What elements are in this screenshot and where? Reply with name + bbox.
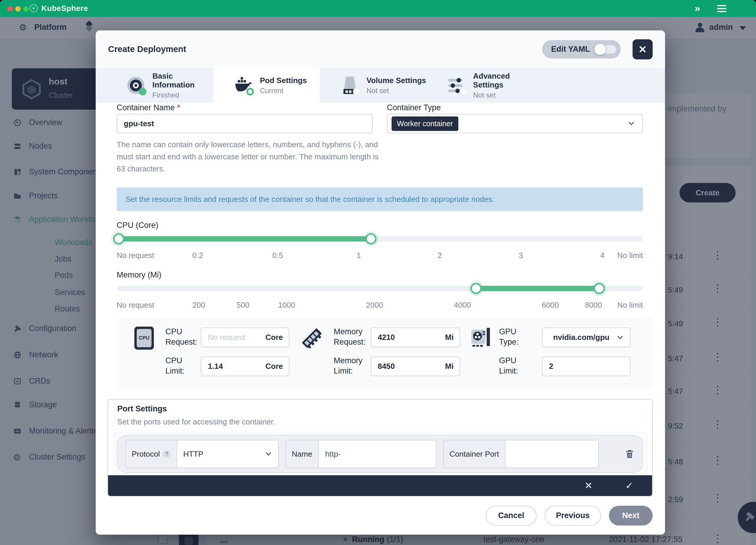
container-port-input[interactable] bbox=[511, 449, 592, 459]
basic-information-icon bbox=[126, 76, 145, 95]
close-modal-button[interactable]: ✕ bbox=[633, 39, 653, 59]
gpu-limit-input[interactable] bbox=[548, 362, 624, 371]
cpu-slider-ticks: No request 0.2 0.5 1 2 3 4 No limit bbox=[117, 251, 643, 260]
memory-limit-label: MemoryLimit: bbox=[334, 356, 363, 376]
container-name-label: Container Name* bbox=[117, 103, 180, 112]
cpu-limit-unit: Core bbox=[265, 362, 283, 371]
cpu-tick: 3 bbox=[519, 251, 523, 260]
gpu-limit-label: GPULimit: bbox=[499, 356, 518, 376]
chevron-down-icon bbox=[616, 334, 624, 341]
protocol-help-icon[interactable]: ? bbox=[163, 450, 171, 458]
memory-limit-unit: Mi bbox=[445, 362, 454, 371]
port-settings-subtitle: Set the ports used for accessing the con… bbox=[117, 417, 275, 427]
cpu-limit-label: CPULimit: bbox=[165, 356, 185, 376]
memory-tick: 8000 bbox=[585, 301, 602, 310]
edit-yaml-label: Edit YAML bbox=[551, 45, 590, 54]
container-type-label: Container Type bbox=[387, 103, 441, 112]
memory-tick: No limit bbox=[617, 301, 643, 310]
cpu-request-label: CPURequest: bbox=[165, 327, 197, 347]
port-name-input[interactable] bbox=[325, 449, 430, 459]
step-basic-information[interactable]: Basic Information Finished bbox=[96, 68, 213, 102]
memory-limit-field: Mi bbox=[371, 357, 460, 376]
next-button[interactable]: Next bbox=[609, 506, 653, 526]
memory-request-unit: Mi bbox=[445, 333, 454, 342]
step-notset-badge bbox=[353, 88, 361, 95]
window-minimize-button[interactable] bbox=[15, 6, 21, 12]
memory-limit-input[interactable] bbox=[377, 362, 441, 371]
collapse-panel-icon[interactable]: » bbox=[695, 2, 700, 14]
memory-request-label: MemoryRequest: bbox=[334, 327, 366, 347]
gpu-type-value: nvidia.com/gpu bbox=[553, 333, 610, 342]
cpu-slider-label: CPU (Core) bbox=[117, 221, 158, 230]
step-pod-settings[interactable]: Pod Settings Current bbox=[213, 68, 320, 102]
memory-slider-handle-max[interactable] bbox=[594, 283, 605, 294]
modal-title: Create Deployment bbox=[108, 44, 542, 54]
menu-icon[interactable] bbox=[717, 5, 726, 14]
window-titlebar: KubeSphere » bbox=[0, 0, 756, 17]
step-title: Basic Information bbox=[152, 71, 213, 89]
screen: KubeSphere » ⚙ Platform admin host Clust… bbox=[0, 0, 756, 545]
container-type-select[interactable]: Worker container bbox=[387, 114, 643, 133]
port-settings-title: Port Settings bbox=[117, 404, 167, 414]
cpu-tick: No request bbox=[117, 251, 154, 260]
memory-slider-label: Memory (Mi) bbox=[117, 270, 161, 280]
port-edit-confirm-bar: ✕ ✓ bbox=[108, 475, 652, 496]
protocol-group: Protocol ? HTTP bbox=[125, 440, 279, 468]
cpu-tick: 1 bbox=[356, 251, 361, 260]
cpu-slider-handle-max[interactable] bbox=[365, 233, 377, 244]
memory-tick: 500 bbox=[237, 301, 249, 310]
step-state: Not set bbox=[366, 87, 426, 95]
cpu-slider[interactable] bbox=[117, 236, 643, 241]
container-port-group: Container Port bbox=[443, 440, 599, 468]
memory-request-input[interactable] bbox=[377, 333, 441, 342]
memory-tick: 2000 bbox=[366, 301, 383, 310]
gpu-icon bbox=[470, 326, 493, 350]
step-advanced-settings[interactable]: Advanced Settings Not set bbox=[426, 68, 533, 102]
memory-tick: 200 bbox=[192, 301, 205, 310]
confirm-row-icon[interactable]: ✓ bbox=[619, 475, 640, 496]
cpu-tick: 0.2 bbox=[192, 251, 203, 260]
window-zoom-button[interactable] bbox=[23, 6, 29, 12]
step-title: Volume Settings bbox=[366, 76, 426, 85]
memory-slider-handle-min[interactable] bbox=[470, 283, 482, 294]
port-name-group: Name bbox=[285, 440, 436, 468]
resource-values-panel: CPU CPURequest: Core CPULimit: Core Memo… bbox=[117, 318, 653, 391]
memory-request-field: Mi bbox=[371, 328, 460, 347]
cpu-limit-input[interactable] bbox=[207, 362, 262, 371]
edit-yaml-switch[interactable] bbox=[595, 45, 616, 53]
protocol-select[interactable]: HTTP bbox=[177, 440, 278, 468]
protocol-label: Protocol ? bbox=[126, 440, 177, 468]
step-volume-settings[interactable]: Volume Settings Not set bbox=[320, 68, 426, 102]
gpu-type-select[interactable]: nvidia.com/gpu bbox=[542, 328, 630, 347]
port-settings-card: Port Settings Set the ports used for acc… bbox=[107, 399, 653, 497]
container-name-field bbox=[117, 114, 373, 133]
port-name-label: Name bbox=[286, 440, 319, 468]
step-state: Not set bbox=[473, 91, 533, 99]
memory-tick: 6000 bbox=[542, 301, 559, 310]
cpu-request-input[interactable] bbox=[207, 333, 262, 342]
step-title: Pod Settings bbox=[260, 76, 307, 85]
cpu-request-unit: Core bbox=[265, 333, 283, 342]
cancel-row-icon[interactable]: ✕ bbox=[578, 475, 599, 496]
memory-slider[interactable] bbox=[117, 286, 643, 291]
container-type-value: Worker container bbox=[392, 116, 458, 131]
steps-bar: Basic Information Finished Pod Settings … bbox=[96, 68, 665, 102]
pod-settings-icon bbox=[234, 76, 253, 95]
cpu-request-field: Core bbox=[201, 328, 289, 347]
chevron-down-icon bbox=[628, 120, 635, 127]
memory-tick: 1000 bbox=[278, 301, 295, 310]
delete-port-icon[interactable] bbox=[624, 449, 635, 459]
step-state: Current bbox=[260, 87, 307, 95]
step-finished-badge bbox=[139, 88, 146, 95]
chevron-down-icon bbox=[265, 450, 272, 458]
step-state: Finished bbox=[152, 91, 213, 99]
window-close-button[interactable] bbox=[7, 6, 13, 12]
advanced-settings-icon bbox=[447, 76, 466, 95]
container-name-input[interactable] bbox=[123, 119, 366, 128]
resource-info-banner: Set the resource limits and requests of … bbox=[117, 187, 643, 211]
step-notset-badge bbox=[460, 88, 467, 95]
previous-button[interactable]: Previous bbox=[545, 506, 601, 526]
edit-yaml-toggle[interactable]: Edit YAML bbox=[542, 40, 621, 58]
cancel-button[interactable]: Cancel bbox=[486, 506, 537, 526]
cpu-slider-handle-min[interactable] bbox=[113, 233, 124, 244]
